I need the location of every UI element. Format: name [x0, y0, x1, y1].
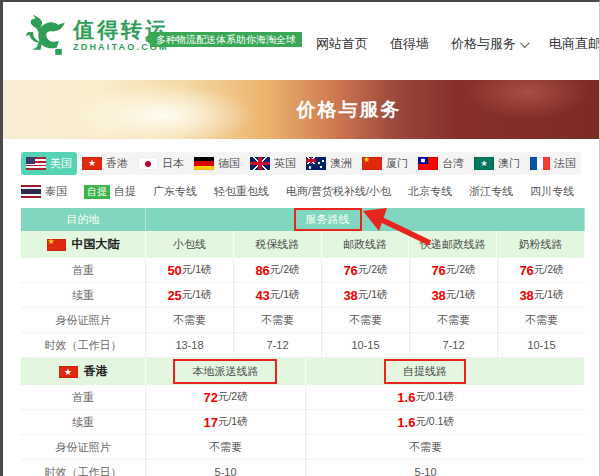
bird-logo-icon — [23, 13, 67, 57]
section-row-hongkong: 香港 本地派送线路 自提线路 — [21, 358, 585, 385]
tab-usa[interactable]: 美国 — [21, 152, 77, 175]
value-cell: 不需要 — [234, 308, 322, 333]
tab-self-pickup[interactable]: 自提自提 — [84, 184, 136, 199]
hongkong-flag-icon — [59, 366, 78, 378]
slogan-badge: 多种物流配送体系助你海淘全球 — [150, 32, 302, 47]
value-cell: 不需要 — [410, 308, 498, 333]
col-destination: 目的地 — [21, 208, 146, 231]
value-cell: 10-15 — [322, 333, 410, 358]
price-cell: 86元/2磅 — [234, 258, 322, 283]
us-flag-icon — [26, 157, 46, 170]
price-cell: 1.6元/0.1磅 — [306, 385, 585, 410]
route-small-packet[interactable]: 小包线 — [146, 231, 234, 258]
value-cell: 7-12 — [234, 333, 322, 358]
price-cell: 43元/1磅 — [234, 283, 322, 308]
thailand-flag-icon — [21, 185, 41, 198]
route-bonded[interactable]: 税保线路 — [234, 231, 322, 258]
tab-beijing-line[interactable]: 北京专线 — [408, 184, 452, 199]
section-row-china: 中国大陆 小包线 税保线路 邮政线路 快递邮政线路 奶粉线路 — [21, 231, 585, 258]
value-cell: 不需要 — [322, 308, 410, 333]
table-header-row: 目的地 服务路线 — [21, 208, 585, 231]
table-row-delivery-time: 时效（工作日） 13-18 7-12 10-15 7-12 10-15 — [21, 333, 585, 358]
nav-item-wall[interactable]: 值得墙 — [390, 35, 429, 53]
service-route-highlight-box: 服务路线 — [294, 208, 362, 231]
japan-flag-icon — [138, 157, 158, 170]
self-pickup-highlight-box: 自提线路 — [384, 359, 466, 384]
self-pickup-badge: 自提 — [84, 185, 110, 199]
tab-australia[interactable]: 澳洲 — [301, 152, 357, 175]
chevron-down-icon — [520, 38, 530, 48]
tab-uk[interactable]: 英国 — [245, 152, 301, 175]
nav-item-direct-mail[interactable]: 电商直邮 — [549, 35, 600, 53]
price-cell: 50元/1磅 — [146, 258, 234, 283]
tab-japan[interactable]: 日本 — [133, 152, 189, 175]
tab-xiamen[interactable]: 厦门 — [357, 152, 413, 175]
tab-sichuan-line[interactable]: 四川专线 — [530, 184, 574, 199]
route-postal[interactable]: 邮政线路 — [322, 231, 410, 258]
tab-guangdong-line[interactable]: 广东专线 — [153, 184, 197, 199]
row-label: 首重 — [21, 385, 146, 410]
taiwan-flag-icon — [418, 157, 438, 170]
price-cell: 25元/1磅 — [146, 283, 234, 308]
value-cell: 不需要 — [146, 308, 234, 333]
row-label: 时效（工作日） — [21, 333, 146, 358]
table-row-first-weight-hk: 首重 72元/2磅 1.6元/0.1磅 — [21, 385, 585, 410]
route-self-pickup[interactable]: 自提线路 — [306, 358, 585, 385]
value-cell: 不需要 — [306, 435, 585, 460]
value-cell: 13-18 — [146, 333, 234, 358]
table-row-additional-weight-hk: 续重 17元/1磅 1.6元/0.1磅 — [21, 410, 585, 435]
tab-ecommerce-tax-line[interactable]: 电商/普货税补线/小包 — [286, 184, 391, 199]
hongkong-flag-icon — [82, 157, 102, 170]
table-row-additional-weight: 续重 25元/1磅 43元/1磅 38元/1磅 38元/1磅 38元/1磅 — [21, 283, 585, 308]
value-cell: 7-12 — [410, 333, 498, 358]
pricing-table: 目的地 服务路线 中国大陆 小包线 税保线路 邮政线路 快递邮政线路 奶粉线路 … — [21, 208, 585, 476]
australia-flag-icon — [306, 157, 326, 170]
price-cell: 72元/2磅 — [146, 385, 306, 410]
nav-item-home[interactable]: 网站首页 — [316, 35, 368, 53]
tab-zhejiang-line[interactable]: 浙江专线 — [469, 184, 513, 199]
table-row-first-weight: 首重 50元/1磅 86元/2磅 76元/2磅 76元/2磅 76元/2磅 — [21, 258, 585, 283]
route-tabs: 泰国 自提自提 广东专线 轻包重包线 电商/普货税补线/小包 北京专线 浙江专线… — [21, 184, 581, 199]
value-cell: 不需要 — [498, 308, 585, 333]
uk-flag-icon — [250, 157, 270, 170]
table-row-id-photo-hk: 身份证照片 不需要 不需要 — [21, 435, 585, 460]
row-label: 身份证照片 — [21, 308, 146, 333]
tab-germany[interactable]: 德国 — [189, 152, 245, 175]
price-cell: 38元/1磅 — [322, 283, 410, 308]
local-delivery-highlight-box: 本地派送线路 — [173, 359, 277, 384]
main-nav: 网站首页 值得墙 价格与服务 电商直邮 会员社区 — [316, 35, 600, 53]
destination-hongkong: 香港 — [21, 358, 146, 385]
germany-flag-icon — [194, 157, 214, 170]
country-tabs: 美国 香港 日本 德国 英国 澳洲 厦门 台湾 澳门 法国 — [21, 152, 581, 175]
price-cell: 38元/1磅 — [498, 283, 585, 308]
tab-thailand[interactable]: 泰国 — [21, 184, 67, 199]
page-title: 价格与服务 — [297, 97, 402, 123]
nav-item-pricing[interactable]: 价格与服务 — [451, 35, 527, 53]
value-cell: 不需要 — [146, 435, 306, 460]
tab-hongkong[interactable]: 香港 — [77, 152, 133, 175]
price-cell: 76元/2磅 — [410, 258, 498, 283]
price-cell: 17元/1磅 — [146, 410, 306, 435]
price-cell: 1.6元/0.1磅 — [306, 410, 585, 435]
china-flag-icon — [362, 157, 382, 170]
site-logo[interactable]: 值得转运 ZDHAITAO.COM — [23, 13, 169, 57]
destination-china: 中国大陆 — [21, 231, 146, 258]
price-cell: 38元/1磅 — [410, 283, 498, 308]
route-milk-powder[interactable]: 奶粉线路 — [497, 231, 585, 258]
value-cell: 5-10 — [146, 460, 306, 476]
tab-taiwan[interactable]: 台湾 — [413, 152, 469, 175]
table-row-id-photo: 身份证照片 不需要 不需要 不需要 不需要 不需要 — [21, 308, 585, 333]
row-label: 时效（工作日） — [21, 460, 146, 476]
route-local-delivery[interactable]: 本地派送线路 — [146, 358, 306, 385]
price-cell: 76元/2磅 — [322, 258, 410, 283]
tab-macau[interactable]: 澳门 — [469, 152, 525, 175]
col-service-route: 服务路线 — [146, 208, 585, 231]
page: 值得转运 ZDHAITAO.COM 多种物流配送体系助你海淘全球 网站首页 值得… — [0, 0, 600, 476]
row-label: 身份证照片 — [21, 435, 146, 460]
route-express-postal[interactable]: 快递邮政线路 — [409, 231, 497, 258]
tab-light-heavy-parcel-line[interactable]: 轻包重包线 — [214, 184, 269, 199]
france-flag-icon — [530, 157, 550, 170]
tab-france[interactable]: 法国 — [525, 152, 581, 175]
macau-flag-icon — [474, 157, 494, 170]
hero-banner: 价格与服务 — [3, 80, 599, 139]
